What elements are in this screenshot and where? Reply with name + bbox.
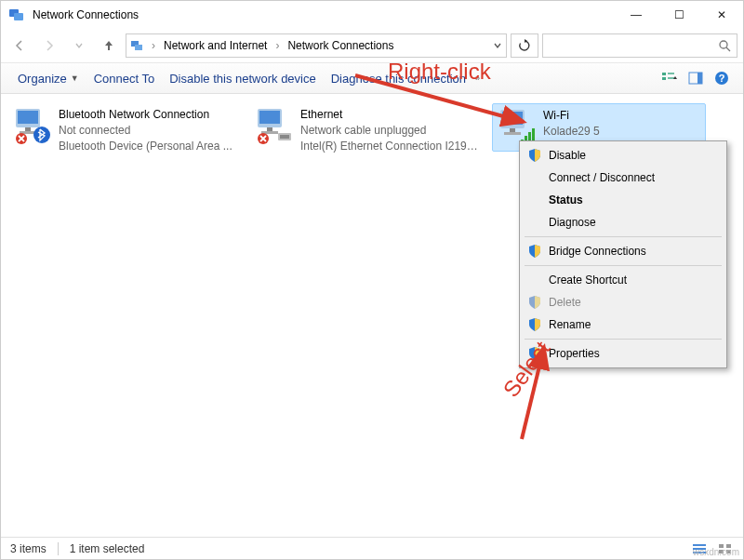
diagnose-button[interactable]: Diagnose this connection» — [324, 68, 487, 89]
svg-rect-7 — [662, 77, 666, 80]
menu-disable[interactable]: Disable — [523, 144, 724, 167]
connection-status: Kolade29 5 — [543, 124, 600, 140]
control-panel-icon — [130, 38, 145, 53]
back-button[interactable] — [7, 33, 33, 59]
svg-rect-1 — [14, 13, 23, 20]
connect-to-button[interactable]: Connect To — [86, 68, 163, 89]
search-input[interactable] — [542, 33, 737, 58]
svg-rect-28 — [502, 112, 523, 125]
refresh-button[interactable] — [511, 33, 538, 58]
organize-menu[interactable]: Organize▼ — [10, 68, 86, 89]
crumb-network-internet[interactable]: Network and Internet — [162, 39, 269, 52]
address-bar: › Network and Internet › Network Connect… — [1, 29, 743, 62]
shield-icon — [527, 317, 542, 332]
menu-separator — [525, 265, 722, 266]
window-title: Network Connections — [33, 8, 615, 21]
crumb-network-connections[interactable]: Network Connections — [286, 39, 395, 52]
svg-rect-11 — [698, 73, 702, 84]
watermark: wsxdn.com — [693, 547, 739, 557]
menu-bridge[interactable]: Bridge Connections — [523, 240, 724, 262]
app-icon — [8, 6, 27, 24]
context-menu: Disable Connect / Disconnect Status Diag… — [519, 140, 727, 368]
menu-diagnose[interactable]: Diagnose — [523, 211, 724, 233]
maximize-button[interactable]: ☐ — [658, 1, 700, 29]
search-icon — [718, 39, 731, 52]
connection-bluetooth[interactable]: Bluetooth Network Connection Not connect… — [8, 103, 241, 157]
preview-pane-button[interactable] — [684, 66, 708, 90]
minimize-button[interactable]: — — [615, 1, 658, 29]
svg-rect-22 — [267, 127, 272, 131]
svg-rect-3 — [135, 45, 142, 50]
up-button[interactable] — [96, 33, 122, 59]
svg-point-4 — [720, 41, 727, 48]
connection-ethernet[interactable]: Ethernet Network cable unplugged Intel(R… — [250, 103, 483, 157]
menu-connect-disconnect[interactable]: Connect / Disconnect — [523, 167, 724, 189]
svg-rect-6 — [662, 73, 666, 75]
svg-rect-16 — [25, 127, 31, 131]
titlebar: Network Connections — ☐ ✕ — [1, 1, 743, 29]
chevron-right-icon: › — [149, 39, 158, 52]
svg-rect-30 — [504, 132, 521, 135]
selection-count: 1 item selected — [70, 542, 145, 555]
svg-rect-25 — [280, 135, 289, 139]
connection-status: Network cable unplugged — [300, 123, 479, 139]
svg-text:?: ? — [719, 73, 725, 84]
menu-create-shortcut[interactable]: Create Shortcut — [523, 269, 724, 291]
connection-name: Ethernet — [300, 107, 479, 123]
shield-icon — [527, 148, 542, 163]
close-button[interactable]: ✕ — [700, 1, 743, 29]
chevron-right-icon: › — [272, 39, 282, 52]
svg-line-5 — [726, 47, 730, 51]
shield-icon — [527, 346, 542, 361]
forward-button[interactable] — [36, 33, 62, 59]
connection-device: Bluetooth Device (Personal Area ... — [59, 139, 232, 154]
connection-name: Wi-Fi — [543, 108, 600, 124]
item-count: 3 items — [10, 542, 46, 555]
toolbar: Organize▼ Connect To Disable this networ… — [1, 62, 743, 94]
status-bar: 3 items 1 item selected — [1, 537, 743, 559]
menu-separator — [525, 236, 722, 237]
disable-device-button[interactable]: Disable this network device — [162, 68, 324, 89]
help-button[interactable]: ? — [710, 66, 734, 90]
shield-icon — [527, 295, 542, 310]
menu-properties[interactable]: Properties — [523, 342, 724, 365]
connection-status: Not connected — [59, 123, 232, 139]
svg-rect-29 — [510, 128, 515, 132]
breadcrumb[interactable]: › Network and Internet › Network Connect… — [126, 33, 507, 58]
menu-status[interactable]: Status — [523, 189, 724, 211]
connection-name: Bluetooth Network Connection — [59, 107, 232, 123]
shield-icon — [527, 244, 542, 259]
connection-device: Intel(R) Ethernet Connection I219-... — [300, 139, 479, 154]
bluetooth-adapter-icon — [12, 107, 51, 146]
svg-rect-21 — [259, 111, 280, 124]
recent-dropdown[interactable] — [66, 33, 92, 59]
ethernet-adapter-icon — [254, 107, 293, 146]
address-dropdown[interactable] — [493, 41, 502, 50]
menu-rename[interactable]: Rename — [523, 313, 724, 336]
svg-rect-15 — [18, 111, 38, 124]
view-options-button[interactable] — [658, 66, 682, 90]
menu-delete: Delete — [523, 291, 724, 313]
menu-separator — [525, 339, 722, 340]
